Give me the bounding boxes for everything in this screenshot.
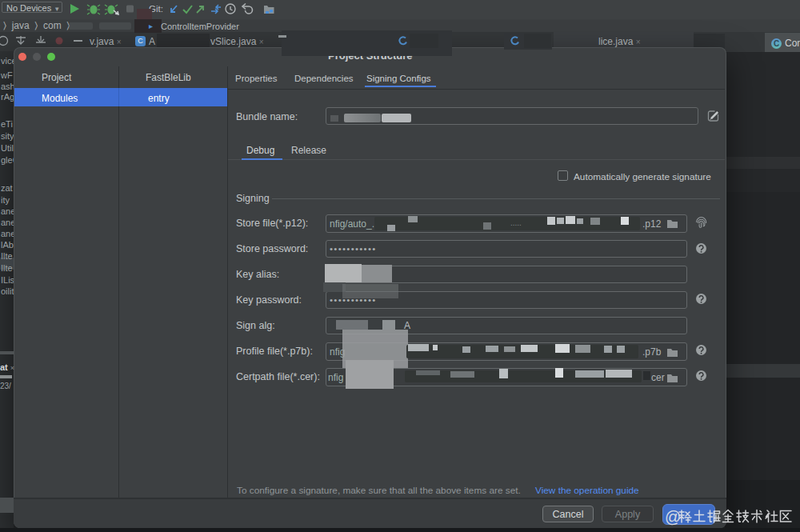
svg-text:@: @ [665,508,681,526]
